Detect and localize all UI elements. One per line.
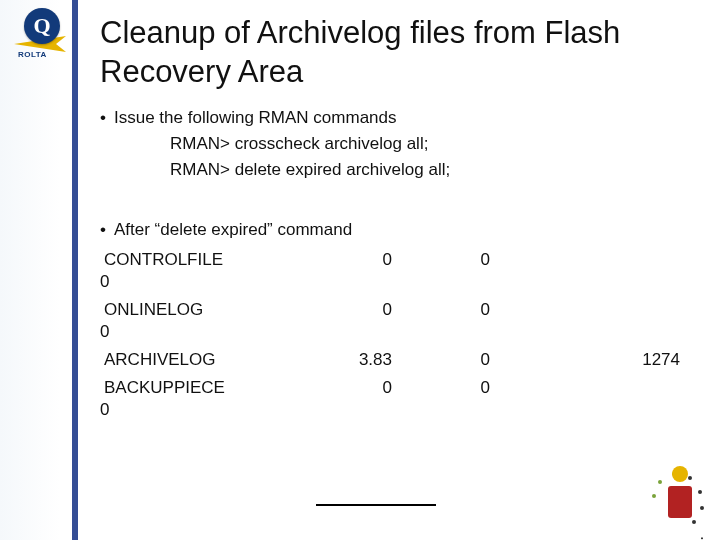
brand-i-dot-icon: [672, 466, 688, 482]
content-area: Cleanup of Archivelog files from Flash R…: [100, 14, 700, 428]
cell-v2: 0: [430, 350, 490, 370]
cell-v3: 1274: [610, 350, 680, 370]
underline-decor: [316, 504, 436, 506]
brand-tagline: innovation • insight • impact: [698, 530, 712, 540]
subline-1: RMAN> crosscheck archivelog all;: [170, 134, 700, 154]
footer-brand-icon: innovation • insight • impact: [638, 458, 710, 530]
output-table: CONTROLFILE 0 0 0 ONLINELOG 0 0 0 ARCHIV…: [100, 250, 700, 426]
cell-v1: 0: [332, 378, 392, 398]
logo-glyph: Q: [24, 8, 60, 44]
table-row: BACKUPPIECE 0 0 0: [100, 378, 700, 426]
bullet-2: • After “delete expired” command: [100, 220, 700, 240]
cell-name: CONTROLFILE: [104, 250, 223, 270]
bullet-1: • Issue the following RMAN commands: [100, 108, 700, 128]
cell-name: ONLINELOG: [104, 300, 203, 320]
cell-v1: 0: [332, 250, 392, 270]
side-stripe: [72, 0, 78, 540]
cell-v3: 0: [100, 272, 109, 292]
cell-v1: 0: [332, 300, 392, 320]
bullet-dot-icon: •: [100, 220, 114, 240]
bullet-2-text: After “delete expired” command: [114, 220, 352, 240]
cell-v3: 0: [100, 400, 109, 420]
corner-logo: Q ROLTA: [8, 6, 72, 70]
brand-i-body-icon: [668, 486, 692, 518]
table-row: ARCHIVELOG 3.83 0 1274: [100, 350, 700, 376]
bullet-dot-icon: •: [100, 108, 114, 128]
table-row: ONLINELOG 0 0 0: [100, 300, 700, 348]
slide: Q ROLTA Cleanup of Archivelog files from…: [0, 0, 720, 540]
cell-v3: 0: [100, 322, 109, 342]
cell-v2: 0: [430, 300, 490, 320]
cell-name: BACKUPPIECE: [104, 378, 225, 398]
page-title: Cleanup of Archivelog files from Flash R…: [100, 14, 700, 92]
cell-v2: 0: [430, 378, 490, 398]
cell-name: ARCHIVELOG: [104, 350, 215, 370]
table-row: CONTROLFILE 0 0 0: [100, 250, 700, 298]
cell-v2: 0: [430, 250, 490, 270]
logo-label: ROLTA: [18, 50, 47, 59]
bullet-1-text: Issue the following RMAN commands: [114, 108, 397, 128]
subline-2: RMAN> delete expired archivelog all;: [170, 160, 700, 180]
cell-v1: 3.83: [332, 350, 392, 370]
